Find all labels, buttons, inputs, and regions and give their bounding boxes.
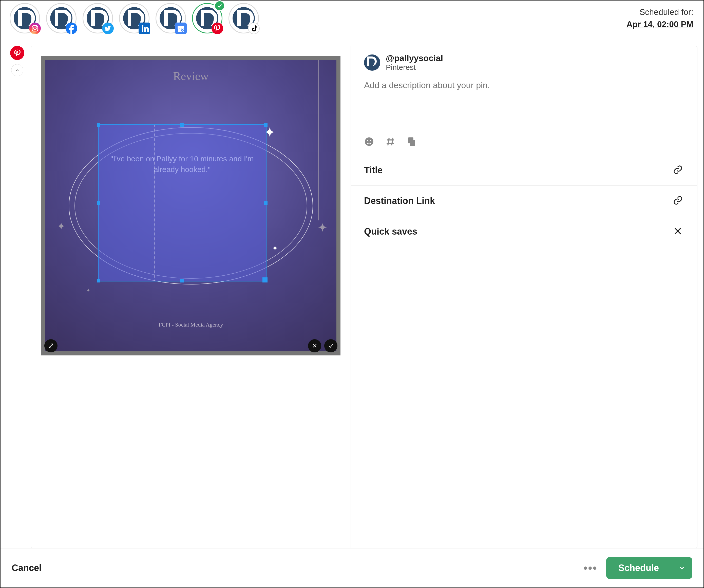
quick-saves-field[interactable]: Quick saves [351, 216, 697, 247]
field-label: Title [364, 165, 383, 176]
svg-point-0 [29, 22, 41, 34]
star-icon: ✦ [86, 287, 91, 293]
field-label: Quick saves [364, 226, 417, 237]
schedule-dropdown-button[interactable] [671, 557, 692, 579]
description-input[interactable] [364, 80, 684, 131]
rail-pinterest-icon[interactable] [10, 46, 24, 60]
schedule-split-button: Schedule [606, 557, 692, 579]
destination-link-field[interactable]: Destination Link [351, 185, 697, 216]
svg-point-14 [367, 140, 368, 141]
svg-point-9 [212, 22, 223, 34]
crop-handle[interactable] [262, 278, 268, 283]
crop-handle[interactable] [97, 201, 100, 205]
account-facebook[interactable] [46, 3, 76, 34]
crop-cancel-button[interactable] [308, 339, 321, 352]
account-avatar [364, 54, 380, 71]
twitter-icon [102, 22, 114, 34]
scheduled-label: Scheduled for: [627, 6, 693, 18]
selected-check-icon [214, 0, 225, 11]
crop-region[interactable] [98, 124, 267, 282]
preview-image: ✦ ✦ ✦ Review ✦ ✦ "I've been on Pallyy fo… [45, 60, 337, 351]
crop-handle[interactable] [97, 123, 100, 127]
preview-frame[interactable]: ✦ ✦ ✦ Review ✦ ✦ "I've been on Pallyy fo… [41, 56, 341, 355]
account-tiktok[interactable] [229, 3, 259, 34]
svg-point-15 [370, 140, 371, 141]
crop-confirm-button[interactable] [324, 339, 338, 352]
image-editor-panel: ✦ ✦ ✦ Review ✦ ✦ "I've been on Pallyy fo… [31, 46, 351, 548]
linkedin-icon [138, 22, 150, 34]
crop-handle[interactable] [180, 279, 184, 283]
scheduler-dialog: Scheduled for: Apr 14, 02:00 PM ✦ ✦ [0, 0, 704, 588]
schedule-button[interactable]: Schedule [606, 557, 671, 579]
sparkle-icon: ✦ [272, 244, 278, 252]
rail-collapse-button[interactable] [11, 64, 23, 76]
main: ✦ ✦ ✦ Review ✦ ✦ "I've been on Pallyy fo… [1, 38, 703, 548]
account-linkedin[interactable] [119, 3, 150, 34]
description-area [351, 75, 697, 134]
star-icon: ✦ [57, 220, 66, 232]
title-field[interactable]: Title [351, 155, 697, 185]
social-accounts-row [10, 3, 622, 34]
svg-point-13 [365, 137, 373, 146]
hashtag-icon[interactable] [385, 136, 396, 148]
pin-details-panel: @pallyysocial Pinterest [351, 46, 697, 548]
account-google[interactable] [156, 3, 186, 34]
header: Scheduled for: Apr 14, 02:00 PM [1, 1, 703, 38]
account-instagram[interactable] [10, 3, 40, 34]
crop-handle[interactable] [264, 201, 268, 205]
svg-rect-17 [408, 137, 413, 143]
field-label: Destination Link [364, 195, 435, 206]
account-platform: Pinterest [386, 63, 443, 72]
more-options-button[interactable]: ••• [582, 562, 599, 574]
composer-toolbar [351, 134, 697, 155]
close-icon[interactable] [673, 226, 683, 237]
account-twitter[interactable] [82, 3, 113, 34]
crop-handle[interactable] [97, 279, 100, 283]
compose-card: ✦ ✦ ✦ Review ✦ ✦ "I've been on Pallyy fo… [31, 46, 697, 548]
preview-heading: Review [45, 60, 337, 83]
scheduled-for: Scheduled for: Apr 14, 02:00 PM [627, 6, 693, 31]
facebook-icon [66, 22, 77, 34]
account-pinterest[interactable] [192, 3, 222, 34]
crop-handle[interactable] [264, 123, 268, 127]
link-icon [673, 195, 683, 207]
expand-button[interactable] [44, 339, 58, 352]
cancel-button[interactable]: Cancel [12, 563, 42, 573]
copy-icon[interactable] [407, 136, 417, 148]
star-icon: ✦ [317, 220, 328, 235]
account-handle: @pallyysocial [386, 53, 443, 63]
link-icon [673, 165, 683, 176]
preview-agency: FCPI - Social Media Agency [45, 321, 337, 328]
svg-point-3 [36, 26, 37, 27]
footer: Cancel ••• Schedule [1, 548, 703, 587]
google-business-icon [175, 22, 187, 34]
tiktok-icon [248, 22, 260, 34]
pinterest-icon [212, 22, 223, 34]
instagram-icon [29, 22, 41, 34]
emoji-icon[interactable] [364, 136, 374, 148]
crop-handle[interactable] [180, 123, 184, 127]
account-header: @pallyysocial Pinterest [351, 46, 697, 75]
scheduled-time[interactable]: Apr 14, 02:00 PM [627, 18, 693, 31]
network-rail [10, 46, 25, 548]
